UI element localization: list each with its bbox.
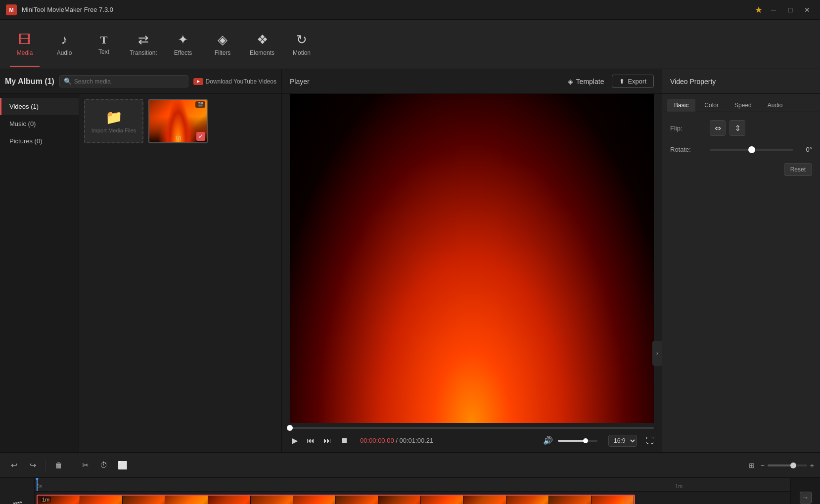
- export-button[interactable]: ⬆ Export: [612, 75, 654, 88]
- sidebar-item-music[interactable]: Music (0): [0, 115, 79, 132]
- flip-horizontal-button[interactable]: ⇔: [710, 120, 726, 136]
- video-clip[interactable]: 1m ← ↔: [37, 495, 635, 504]
- zoom-fill: [768, 464, 793, 466]
- volume-handle[interactable]: [583, 438, 588, 443]
- fire-frame-9: [378, 496, 421, 504]
- zoom-out-icon[interactable]: −: [761, 462, 765, 469]
- aspect-ratio-select[interactable]: 16:9 4:3 1:1 9:16: [608, 435, 637, 447]
- add-video-track-cell: →: [791, 478, 820, 504]
- rotate-label: Rotate:: [670, 146, 710, 153]
- transition-icon: ⇄: [138, 32, 149, 47]
- ruler-mark-1m: 1m: [675, 483, 683, 489]
- fullscreen-button[interactable]: ⛶: [646, 436, 654, 445]
- volume-button[interactable]: 🔊: [541, 434, 555, 447]
- rotate-handle[interactable]: [748, 146, 755, 153]
- search-icon: 🔍: [64, 78, 72, 85]
- download-youtube-button[interactable]: ▶ Download YouTube Videos: [193, 78, 276, 85]
- cut-button[interactable]: ✂: [77, 458, 93, 473]
- delete-button[interactable]: 🗑: [51, 458, 67, 473]
- search-input[interactable]: [74, 78, 184, 85]
- skip-forward-button[interactable]: ⏭: [321, 434, 333, 447]
- window-controls: ─ □ ✕: [767, 3, 814, 17]
- toolbar-separator: [46, 460, 46, 471]
- stop-button[interactable]: ⏹: [338, 434, 350, 447]
- volume-fill: [558, 440, 586, 442]
- toolbar-motion[interactable]: ↻ Motion: [282, 22, 321, 67]
- rotate-slider[interactable]: [710, 149, 793, 151]
- app-logo: M: [6, 4, 17, 15]
- left-panel-header: My Album (1) 🔍 ▶ Download YouTube Videos: [0, 69, 281, 94]
- fire-frame-7: [293, 496, 336, 504]
- sidebar: Videos (1) Music (0) Pictures (0): [0, 94, 79, 452]
- collapse-panel-button[interactable]: ›: [652, 341, 662, 366]
- toolbar-media[interactable]: 🎞 Media: [5, 22, 45, 67]
- play-button[interactable]: ▶: [290, 434, 300, 447]
- skip-back-button[interactable]: ⏮: [305, 434, 317, 447]
- right-panel: Video Property Basic Color Speed Audio F…: [662, 69, 820, 452]
- undo-button[interactable]: ↩: [6, 458, 22, 473]
- time-total: / 00:01:00.21: [396, 437, 433, 444]
- reset-button[interactable]: Reset: [784, 163, 812, 176]
- toolbar-transition-label: Transition:: [130, 49, 157, 56]
- flip-row: Flip: ⇔ ⇕: [670, 120, 812, 136]
- fire-frame-11: [463, 496, 506, 504]
- progress-bar[interactable]: [290, 427, 654, 429]
- progress-handle[interactable]: [287, 425, 293, 431]
- toolbar-audio[interactable]: ♪ Audio: [45, 22, 84, 67]
- template-button[interactable]: ◈ Template: [568, 78, 604, 85]
- titlebar: M MiniTool MovieMaker Free 7.3.0 ★ ─ □ ✕: [0, 0, 820, 20]
- zoom-in-icon[interactable]: +: [810, 462, 814, 469]
- toolbar-effects[interactable]: ✦ Effects: [163, 22, 203, 67]
- toolbar-elements[interactable]: ❖ Elements: [242, 22, 282, 67]
- sidebar-item-videos[interactable]: Videos (1): [0, 98, 79, 115]
- close-button[interactable]: ✕: [800, 3, 814, 17]
- sidebar-item-pictures[interactable]: Pictures (0): [0, 132, 79, 150]
- add-video-track-button[interactable]: →: [800, 492, 812, 504]
- maximize-button[interactable]: □: [783, 3, 797, 17]
- flip-label: Flip:: [670, 125, 710, 132]
- fire-frame-4: [165, 496, 208, 504]
- player-title: Player: [290, 78, 310, 85]
- video-thumbnail[interactable]: 🎬 10 ✓: [148, 99, 208, 143]
- toolbar-transition[interactable]: ⇄ Transition:: [124, 22, 163, 67]
- toolbar-filters[interactable]: ◈ Filters: [203, 22, 242, 67]
- tab-color[interactable]: Color: [697, 99, 726, 112]
- volume-track[interactable]: [558, 440, 597, 442]
- toolbar-separator2: [72, 460, 72, 471]
- toolbar-text-label: Text: [98, 48, 109, 55]
- template-icon: ◈: [568, 78, 573, 85]
- flip-vertical-button[interactable]: ⇕: [729, 120, 745, 136]
- tab-speed[interactable]: Speed: [728, 99, 759, 112]
- album-title: My Album (1): [5, 77, 54, 86]
- export-icon: ⬆: [619, 78, 625, 85]
- star-icon: ★: [755, 4, 763, 15]
- toolbar-text[interactable]: T Text: [84, 22, 124, 67]
- tab-audio[interactable]: Audio: [761, 99, 790, 112]
- media-grid: 📁 Import Media Files 🎬 10 ✓: [79, 94, 281, 452]
- minimize-button[interactable]: ─: [767, 3, 780, 17]
- tab-basic[interactable]: Basic: [667, 99, 695, 112]
- template-label: Template: [576, 78, 604, 85]
- detach-audio-button[interactable]: ⏱: [96, 458, 112, 473]
- right-panel-header: Video Property: [662, 69, 820, 94]
- zoom-slider[interactable]: [768, 464, 807, 466]
- add-track-column: →: [790, 478, 820, 504]
- video-frame: [290, 94, 654, 423]
- redo-button[interactable]: ↪: [25, 458, 41, 473]
- fire-frame-8: [336, 496, 378, 504]
- fire-frame-5: [208, 496, 251, 504]
- player-panel: Player ◈ Template ⬆ Export ▶ ⏮ ⏭ ⏹: [282, 69, 662, 452]
- crop-button[interactable]: ⬜: [115, 458, 131, 473]
- resize-handle[interactable]: ↔: [624, 496, 634, 504]
- video-preview: [290, 94, 654, 423]
- volume-slider[interactable]: 🔊: [541, 434, 597, 447]
- flip-controls: ⇔ ⇕: [710, 120, 812, 136]
- playhead[interactable]: [37, 478, 38, 491]
- folder-icon: 📁: [105, 109, 123, 126]
- rotate-value: 0°: [797, 146, 812, 153]
- import-media-card[interactable]: 📁 Import Media Files: [84, 99, 143, 143]
- zoom-handle[interactable]: [790, 462, 796, 468]
- toolbar: 🎞 Media ♪ Audio T Text ⇄ Transition: ✦ E…: [0, 20, 820, 69]
- search-box[interactable]: 🔍: [59, 75, 188, 87]
- timeline-tracks: 0s 1m 1m: [35, 478, 790, 504]
